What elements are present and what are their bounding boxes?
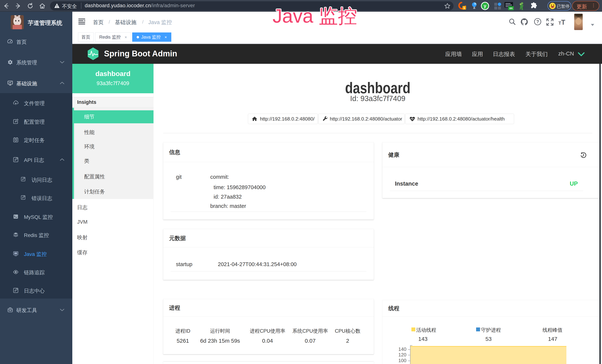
svg-text:on: on [509, 7, 512, 10]
svg-text:1: 1 [463, 6, 465, 10]
svg-text:?: ? [536, 19, 539, 24]
svg-text:y: y [484, 3, 486, 8]
